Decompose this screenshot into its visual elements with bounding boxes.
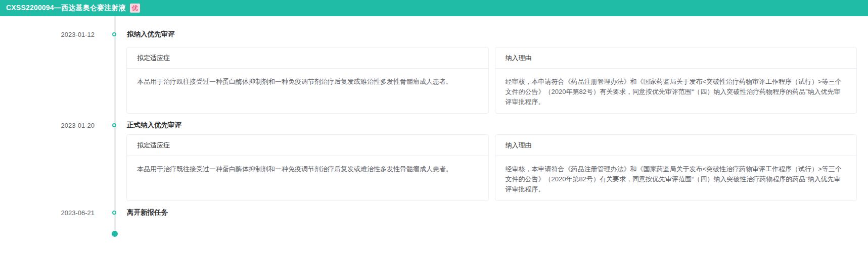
indication-card: 拟定适应症 本品用于治疗既往接受过一种蛋白酶体抑制剂和一种免疫调节剂治疗后复发或… — [126, 47, 489, 114]
timeline-item-1: 2023-01-12 拟纳入优先审评 — [0, 30, 175, 38]
card-body: 经审核，本申请符合《药品注册管理办法》和《国家药监局关于发布<突破性治疗药物审评… — [495, 156, 857, 200]
timeline-item-date: 2023-01-20 — [0, 122, 95, 129]
reason-card: 纳入理由 经审核，本申请符合《药品注册管理办法》和《国家药监局关于发布<突破性治… — [495, 134, 857, 201]
timeline: 2023-01-12 拟纳入优先审评 拟定适应症 本品用于治疗既往接受过一种蛋白… — [0, 16, 868, 253]
card-body: 本品用于治疗既往接受过一种蛋白酶体抑制剂和一种免疫调节剂治疗后复发或难治性多发性… — [127, 156, 488, 180]
timeline-node-icon — [112, 211, 116, 215]
timeline-item-title: 拟纳入优先审评 — [127, 30, 175, 39]
timeline-end-dot — [112, 231, 118, 237]
timeline-item-2-cards: 拟定适应症 本品用于治疗既往接受过一种蛋白酶体抑制剂和一种免疫调节剂治疗后复发或… — [126, 134, 857, 201]
timeline-item-date: 2023-06-21 — [0, 209, 95, 217]
timeline-item-2: 2023-01-20 正式纳入优先审评 — [0, 121, 181, 129]
indication-card: 拟定适应症 本品用于治疗既往接受过一种蛋白酶体抑制剂和一种免疫调节剂治疗后复发或… — [126, 134, 489, 201]
priority-badge: 优 — [130, 4, 140, 13]
timeline-node-icon — [112, 123, 116, 127]
title-bar: CXSS2200094—西达基奥仑赛注射液 优 — [0, 0, 868, 16]
card-body: 本品用于治疗既往接受过一种蛋白酶体抑制剂和一种免疫调节剂治疗后复发或难治性多发性… — [127, 69, 488, 93]
timeline-item-title: 正式纳入优先审评 — [127, 121, 181, 130]
timeline-item-1-cards: 拟定适应症 本品用于治疗既往接受过一种蛋白酶体抑制剂和一种免疫调节剂治疗后复发或… — [126, 47, 857, 114]
page-title: CXSS2200094—西达基奥仑赛注射液 — [6, 4, 126, 13]
timeline-item-title: 离开新报任务 — [127, 208, 168, 217]
card-body: 经审核，本申请符合《药品注册管理办法》和《国家药监局关于发布<突破性治疗药物审评… — [495, 69, 857, 113]
timeline-item-3: 2023-06-21 离开新报任务 — [0, 209, 168, 217]
timeline-item-date: 2023-01-12 — [0, 31, 95, 38]
card-header: 拟定适应症 — [127, 135, 488, 156]
card-header: 拟定适应症 — [127, 47, 488, 69]
card-header: 纳入理由 — [495, 47, 857, 69]
card-header: 纳入理由 — [495, 135, 857, 156]
reason-card: 纳入理由 经审核，本申请符合《药品注册管理办法》和《国家药监局关于发布<突破性治… — [495, 47, 857, 114]
timeline-node-icon — [112, 32, 116, 36]
